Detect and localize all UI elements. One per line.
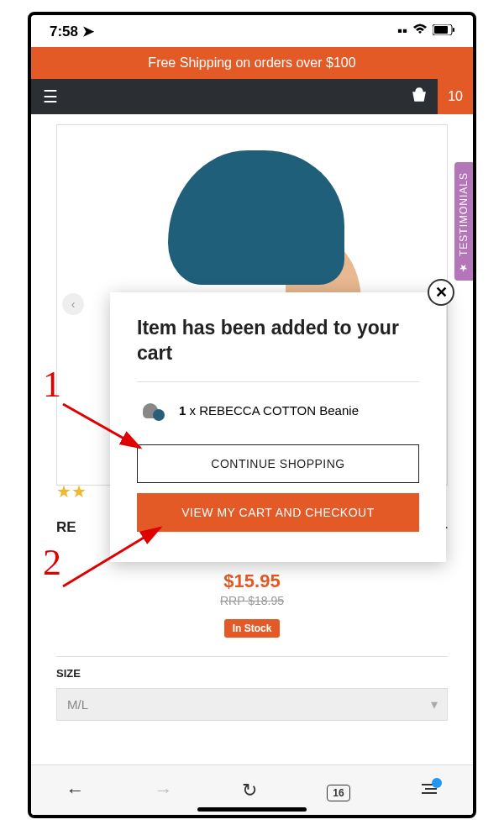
nav-forward-button[interactable]: → (154, 780, 172, 801)
status-icons: ▪▪ (397, 23, 454, 39)
continue-shopping-button[interactable]: CONTINUE SHOPPING (137, 444, 419, 483)
nav-bar: ☰ 10 (31, 79, 473, 114)
product-title-left: RE (56, 519, 76, 536)
svg-rect-1 (434, 26, 448, 34)
nav-reload-button[interactable]: ↻ (242, 780, 257, 801)
star-rating: ★★ (56, 481, 87, 502)
battery-icon (433, 23, 454, 39)
nav-back-button[interactable]: ← (66, 780, 84, 801)
svg-rect-2 (453, 28, 454, 32)
modal-item-thumb (137, 394, 171, 428)
size-select[interactable]: M/L (56, 688, 448, 721)
nav-menu-button[interactable] (420, 780, 438, 801)
product-price: $15.95 (56, 570, 448, 592)
phone-frame: 7:58 ➤ ▪▪ Free Shipping on orders over $… (28, 12, 476, 818)
cart-modal: ✕ Item has been added to your cart 1 x R… (110, 292, 446, 562)
menu-button[interactable]: ☰ (31, 87, 70, 107)
home-indicator[interactable] (197, 807, 307, 812)
signal-icon: ▪▪ (397, 23, 407, 39)
cart-icon[interactable] (401, 87, 438, 107)
stock-badge: In Stock (224, 619, 281, 638)
modal-item-row: 1 x REBECCA COTTON Beanie (137, 394, 419, 428)
testimonials-tab[interactable]: ★ TESTIMONIALS (454, 162, 473, 281)
divider (56, 656, 448, 657)
status-time: 7:58 ➤ (50, 23, 94, 40)
nav-tabs-button[interactable]: 16 (327, 780, 349, 801)
star-icon: ★ (458, 261, 470, 274)
status-bar: 7:58 ➤ ▪▪ (31, 15, 473, 47)
wifi-icon (412, 23, 428, 39)
location-icon: ➤ (82, 24, 94, 39)
size-label: SIZE (56, 667, 448, 680)
modal-close-button[interactable]: ✕ (428, 279, 454, 306)
cart-count[interactable]: 10 (438, 79, 473, 114)
product-rrp: RRP $18.95 (56, 594, 448, 607)
promo-banner: Free Shipping on orders over $100 (31, 47, 473, 79)
notification-dot-icon (432, 778, 442, 788)
carousel-prev[interactable]: ‹ (62, 293, 84, 315)
annotation-number-1: 1 (43, 363, 61, 406)
annotation-number-2: 2 (43, 541, 61, 584)
modal-title: Item has been added to your cart (137, 316, 419, 366)
view-cart-checkout-button[interactable]: VIEW MY CART AND CHECKOUT (137, 493, 419, 532)
